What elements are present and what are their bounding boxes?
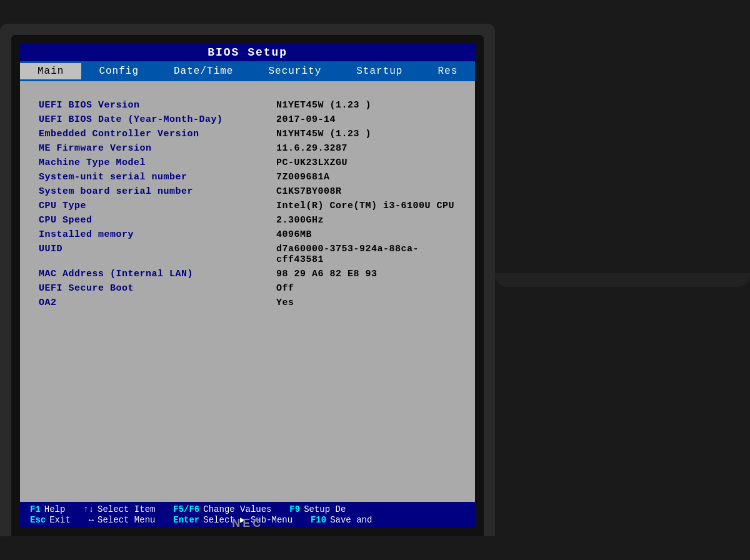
bios-title: BIOS Setup [20,44,475,61]
table-row: System board serial number C1KS7BY008R [39,186,456,197]
table-row: System-unit serial number 7Z009681A [39,172,456,182]
row-value: N1YHT45W (1.23 ) [276,129,371,139]
table-row: Machine Type Model PC-UK23LXZGU [39,158,456,168]
menu-item-datetime[interactable]: Date/Time [156,63,251,79]
row-label-mac: MAC Address (Internal LAN) [39,269,276,279]
key-enter: Enter [173,515,199,525]
action-help: Help [44,504,76,514]
row-value: Off [276,283,294,294]
nec-brand: NEC [232,517,263,530]
row-label: UEFI BIOS Date (Year-Month-Day) [39,114,276,125]
menu-item-main[interactable]: Main [20,63,81,79]
row-label: System-unit serial number [39,172,276,182]
row-value: Yes [276,298,294,308]
action-change-values: Change Values [203,504,282,514]
row-value-mac: 98 29 A6 82 E8 93 [276,269,378,279]
table-row: UEFI BIOS Date (Year-Month-Day) 2017-09-… [39,114,456,125]
table-row: UEFI BIOS Version N1YET45W (1.23 ) [39,100,456,111]
action-exit: Exit [49,515,81,525]
row-label: OA2 [39,298,276,308]
bios-screen: BIOS Setup Main Config Date/Time Securit… [20,44,475,528]
row-label: Embedded Controller Version [39,129,276,139]
laptop-bottom [495,273,750,287]
row-value: C1KS7BY008R [276,186,342,197]
title-text: BIOS Setup [208,46,288,59]
row-value: N1YET45W (1.23 ) [276,100,371,111]
table-row: UUID d7a60000-3753-924a-88ca-cff43581 [39,244,456,265]
table-row: Embedded Controller Version N1YHT45W (1.… [39,129,456,139]
action-select-item: Select Item [98,504,166,514]
table-row: ME Firmware Version 11.6.29.3287 [39,143,456,154]
table-row: UEFI Secure Boot Off [39,283,456,294]
content-area: UEFI BIOS Version N1YET45W (1.23 ) UEFI … [20,81,475,502]
screen-bezel: BIOS Setup Main Config Date/Time Securit… [11,35,484,536]
row-value: 4096MB [276,229,312,240]
table-row: CPU Type Intel(R) Core(TM) i3-6100U CPU [39,201,456,211]
laptop-body: BIOS Setup Main Config Date/Time Securit… [0,24,495,536]
key-leftright: ↔ [89,515,94,525]
row-label: Machine Type Model [39,158,276,168]
info-table: UEFI BIOS Version N1YET45W (1.23 ) UEFI … [39,100,456,308]
row-value: 2.300GHz [276,215,324,226]
key-f1: F1 [30,504,41,514]
menu-item-security[interactable]: Security [251,63,339,79]
key-f9: F9 [289,504,300,514]
row-label: CPU Type [39,201,276,211]
table-row: CPU Speed 2.300GHz [39,215,456,226]
action-save-and: Save and [330,515,372,525]
table-row: MAC Address (Internal LAN) 98 29 A6 82 E… [39,269,456,279]
menu-item-res[interactable]: Res [420,63,475,79]
row-label: UEFI Secure Boot [39,283,276,294]
menu-item-startup[interactable]: Startup [339,63,420,79]
row-label: UEFI BIOS Version [39,100,276,111]
row-value: d7a60000-3753-924a-88ca-cff43581 [276,244,456,265]
menu-item-config[interactable]: Config [81,63,156,79]
key-f5f6: F5/F6 [173,504,199,514]
row-label: ME Firmware Version [39,143,276,154]
row-value: 11.6.29.3287 [276,143,348,154]
key-f10: F10 [311,515,326,525]
row-label: CPU Speed [39,215,276,226]
row-value: 7Z009681A [276,172,330,182]
row-value: PC-UK23LXZGU [276,158,348,168]
table-row: OA2 Yes [39,298,456,308]
menu-bar: Main Config Date/Time Security Startup R… [20,61,475,81]
table-row: Installed memory 4096MB [39,229,456,240]
action-select-menu: Select Menu [98,515,166,525]
row-label: Installed memory [39,229,276,240]
row-value: 2017-09-14 [276,114,336,125]
row-value: Intel(R) Core(TM) i3-6100U CPU [276,201,454,211]
row-label: UUID [39,244,276,254]
row-label: System board serial number [39,186,276,197]
action-setup-de: Setup De [304,504,346,514]
key-esc: Esc [30,515,46,525]
status-bar-line1: F1 Help ↑↓ Select Item F5/F6 Change Valu… [30,504,465,514]
key-updown: ↑↓ [83,504,94,514]
